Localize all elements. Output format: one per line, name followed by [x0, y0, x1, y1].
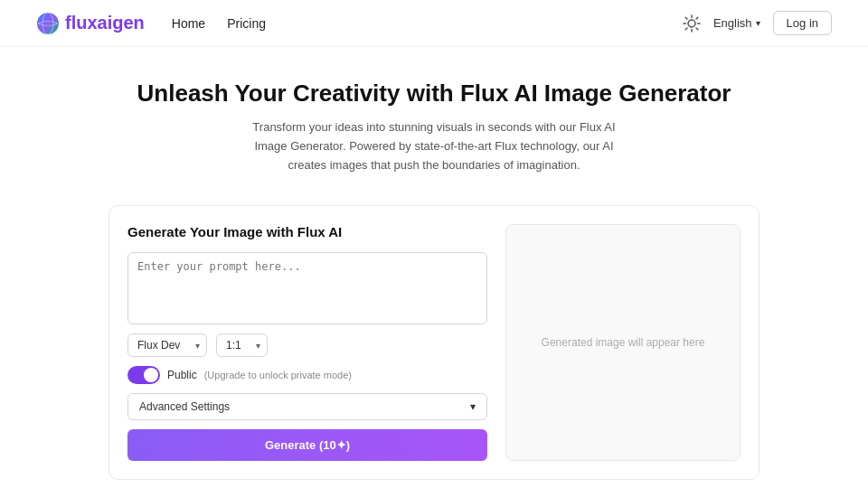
model-select-wrapper[interactable]: Flux Dev [127, 333, 207, 357]
generator-left-panel: Generate Your Image with Flux AI Flux De… [127, 224, 487, 461]
generator-card-title: Generate Your Image with Flux AI [127, 224, 487, 239]
visibility-toggle-row: Public (Upgrade to unlock private mode) [127, 366, 487, 384]
hero-title: Unleash Your Creativity with Flux AI Ima… [36, 80, 832, 108]
chevron-down-icon: ▾ [756, 18, 760, 28]
logo-icon [36, 12, 60, 35]
svg-line-10 [685, 28, 687, 30]
svg-line-7 [685, 17, 687, 19]
hero-description: Transform your ideas into stunning visua… [235, 118, 633, 174]
language-selector[interactable]: English ▾ [713, 16, 760, 30]
image-preview-panel: Generated image will appear here [505, 224, 741, 461]
login-button[interactable]: Log in [773, 11, 832, 35]
generate-button[interactable]: Generate (10✦) [127, 429, 487, 461]
prompt-input[interactable] [127, 252, 487, 324]
svg-point-0 [37, 13, 59, 34]
nav: Home Pricing [172, 16, 683, 31]
svg-line-9 [696, 17, 698, 19]
header: fluxaigen Home Pricing English ▾ Log in [0, 0, 868, 47]
advanced-settings-label: Advanced Settings [139, 400, 230, 413]
nav-home[interactable]: Home [172, 16, 205, 31]
svg-point-2 [688, 20, 695, 27]
theme-toggle-icon[interactable] [683, 14, 701, 33]
toggle-note: (Upgrade to unlock private mode) [204, 370, 352, 380]
ratio-select-wrapper[interactable]: 1:1 [216, 333, 268, 357]
chevron-down-icon: ▾ [470, 400, 476, 413]
logo[interactable]: fluxaigen [36, 12, 145, 35]
language-label: English [713, 16, 752, 30]
selects-row: Flux Dev 1:1 [127, 333, 487, 357]
ratio-select[interactable]: 1:1 [216, 333, 268, 357]
header-right: English ▾ Log in [683, 11, 832, 35]
hero-section: Unleash Your Creativity with Flux AI Ima… [0, 47, 868, 196]
generator-card: Generate Your Image with Flux AI Flux De… [108, 205, 760, 480]
nav-pricing[interactable]: Pricing [227, 16, 266, 31]
public-toggle[interactable] [127, 366, 160, 384]
advanced-settings-toggle[interactable]: Advanced Settings ▾ [127, 393, 487, 420]
model-select[interactable]: Flux Dev [127, 333, 207, 357]
toggle-label: Public [167, 369, 197, 381]
logo-text: fluxaigen [65, 13, 145, 33]
svg-line-8 [696, 28, 698, 30]
preview-placeholder-text: Generated image will appear here [542, 336, 705, 349]
